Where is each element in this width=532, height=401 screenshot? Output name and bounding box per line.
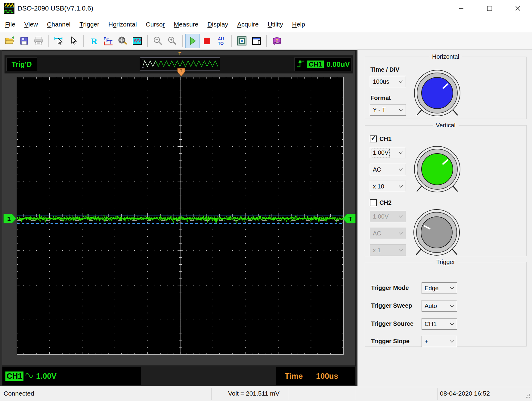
ch2-checkbox-label: CH2	[379, 199, 391, 206]
menu-utility[interactable]: Utility	[263, 21, 287, 28]
trigger-level-marker[interactable]: T	[342, 214, 356, 223]
ch1-volts-select[interactable]: 1.00V	[370, 147, 406, 158]
refresh-r-icon: R	[89, 36, 99, 46]
cursor-arrow-button[interactable]	[66, 34, 81, 48]
menu-file[interactable]: File	[1, 21, 20, 28]
print-button[interactable]	[31, 34, 46, 48]
trigger-status: Trig'D	[6, 58, 37, 71]
menu-cursor[interactable]: Cursor	[141, 21, 169, 28]
window-layout-button[interactable]	[249, 34, 264, 48]
zoom-out-button[interactable]	[150, 34, 165, 48]
waveform-button[interactable]	[130, 34, 144, 48]
menu-display[interactable]: Display	[203, 21, 233, 28]
ch1-coupling-select[interactable]: AC	[370, 164, 406, 175]
trigger-sweep-select[interactable]: Auto	[422, 300, 457, 312]
menu-acquire[interactable]: Acquire	[233, 21, 263, 28]
ch1-checkbox-label: CH1	[379, 135, 391, 142]
trigger-slope-label: Trigger Slope	[371, 338, 410, 345]
print-icon	[33, 36, 44, 46]
ch1-probe-select[interactable]: x 10	[370, 181, 406, 192]
zoom-in-icon	[167, 36, 177, 46]
menu-view[interactable]: View	[20, 21, 42, 28]
graticule-waveform-area	[17, 77, 344, 355]
horizontal-position-knob[interactable]	[413, 68, 462, 118]
cursor-cross-button[interactable]	[52, 34, 66, 48]
toolbar-separator	[83, 35, 84, 47]
statusbar-separator	[356, 388, 356, 400]
trigger-source-select[interactable]: CH1	[422, 318, 457, 330]
save-icon	[19, 36, 29, 46]
menu-measure[interactable]: Measure	[169, 21, 203, 28]
trigger-mode-select[interactable]: Edge	[422, 282, 457, 294]
format-label: Format	[370, 95, 391, 101]
toolbar-separator	[48, 35, 49, 47]
ch1-badge: CH1	[5, 371, 23, 381]
ch2-position-knob[interactable]	[412, 208, 461, 257]
dso-application-window: DSO-2090 USB(V7.1.0.6) FileViewChannelTr…	[0, 0, 532, 401]
menu-horizontal[interactable]: Horizontal	[104, 21, 141, 28]
window-title: DSO-2090 USB(V7.1.0.6)	[17, 5, 93, 12]
cursor-cross-icon	[54, 36, 64, 46]
menu-trigger[interactable]: Trigger	[75, 21, 104, 28]
ch1-position-knob[interactable]	[413, 145, 462, 194]
menu-channel[interactable]: Channel	[42, 21, 75, 28]
svg-text:T: T	[348, 216, 352, 222]
window-layout-icon	[251, 36, 261, 46]
trigger-channel-badge: CH1	[307, 61, 324, 68]
vertical-group: Vertical CH1 1.00V AC x 10 CH2 1.00V AC …	[365, 122, 527, 256]
resize-grip[interactable]	[525, 392, 530, 399]
svg-text:R: R	[91, 36, 97, 46]
auto-set-icon: AUTO	[216, 36, 227, 46]
help-book-icon: ?	[272, 36, 282, 46]
connection-status: Connected	[4, 390, 34, 397]
record-button[interactable]	[116, 34, 130, 48]
full-screen-button[interactable]	[235, 34, 249, 48]
refresh-r-button[interactable]: R	[87, 34, 101, 48]
fft-icon: FFT	[103, 36, 113, 46]
ac-coupling-sine-icon	[25, 372, 33, 380]
status-bar: Connected Volt = 201.511 mV 08-04-2020 1…	[0, 387, 532, 401]
format-select[interactable]: Y - T	[370, 104, 406, 116]
horizontal-group: Horizontal Time / DIV 100us Format Y - T	[365, 53, 527, 119]
minimize-button[interactable]	[447, 0, 475, 17]
save-button[interactable]	[17, 34, 31, 48]
horizontal-position-marker[interactable]: T	[177, 68, 185, 76]
ch1-position-marker[interactable]: 1	[3, 214, 17, 223]
scope-display-panel: Trig'D T CH1 0.00uV T	[2, 50, 356, 366]
ch1-enable-checkbox[interactable]: CH1	[370, 135, 391, 142]
trigger-slope-select[interactable]: +	[422, 336, 457, 347]
open-button[interactable]	[2, 34, 17, 48]
horizontal-group-title: Horizontal	[429, 53, 462, 60]
ch2-enable-checkbox[interactable]: CH2	[370, 199, 391, 206]
time-div-select[interactable]: 100us	[370, 76, 406, 87]
help-book-button[interactable]: ?	[270, 34, 284, 48]
svg-text:?: ?	[276, 38, 278, 43]
maximize-button[interactable]	[475, 0, 504, 17]
stop-button[interactable]	[200, 34, 214, 48]
svg-text:TO: TO	[218, 41, 224, 46]
auto-set-button[interactable]: AUTO	[214, 34, 229, 48]
menu-bar: FileViewChannelTriggerHorizontalCursorMe…	[0, 17, 532, 32]
close-button[interactable]	[504, 0, 532, 17]
scope-column: Trig'D T CH1 0.00uV T	[0, 50, 357, 386]
trigger-group-title: Trigger	[433, 259, 458, 266]
zoom-in-button[interactable]	[165, 34, 179, 48]
ch1-checkbox-box[interactable]	[370, 135, 377, 142]
start-icon	[187, 36, 198, 46]
vertical-group-title: Vertical	[433, 122, 459, 129]
open-icon	[5, 36, 15, 46]
menu-help[interactable]: Help	[288, 21, 310, 28]
cursor-arrow-icon	[68, 36, 79, 46]
time-div-label: Time / DIV	[370, 66, 399, 73]
svg-text:T: T	[109, 39, 113, 45]
trigger-level-value: 0.00uV	[326, 60, 350, 69]
toolbar-separator	[147, 35, 148, 47]
toolbar-separator	[266, 35, 267, 47]
ch1-settings-readout: CH1 1.00V	[2, 367, 141, 385]
full-screen-icon	[237, 36, 247, 46]
svg-text:1: 1	[7, 215, 11, 222]
fft-button[interactable]: FFT	[101, 34, 116, 48]
start-button[interactable]	[185, 34, 200, 48]
ch2-checkbox-box[interactable]	[370, 199, 377, 206]
stop-icon	[202, 36, 212, 46]
